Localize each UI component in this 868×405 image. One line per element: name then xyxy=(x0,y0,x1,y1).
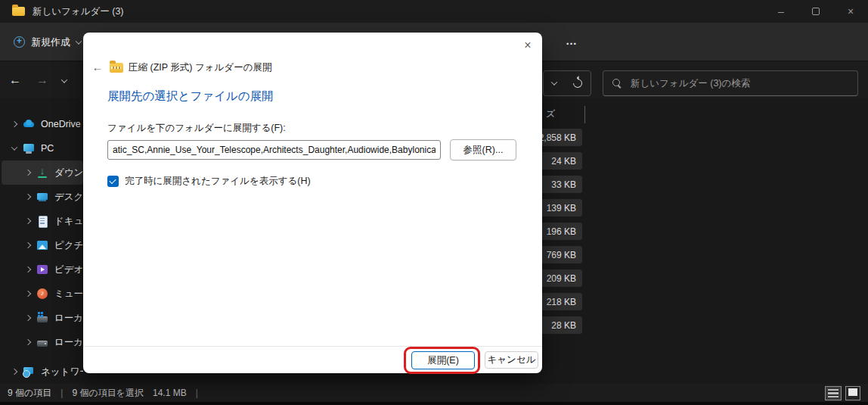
status-separator: | xyxy=(196,388,198,398)
large-icons-view-icon[interactable] xyxy=(845,386,860,400)
dialog-title: 圧縮 (ZIP 形式) フォルダーの展開 xyxy=(129,61,271,74)
chevron-down-icon xyxy=(76,38,82,44)
minimize-button[interactable]: – xyxy=(764,0,798,23)
back-button[interactable]: ← xyxy=(9,73,21,87)
selection-count: 9 個の項目を選択 xyxy=(72,387,144,400)
file-size-cell: 33 KB xyxy=(551,179,576,190)
forward-button[interactable]: → xyxy=(36,73,48,87)
file-size-cell: 218 KB xyxy=(547,297,576,307)
maximize-button[interactable] xyxy=(798,0,833,23)
zip-folder-icon xyxy=(110,63,123,73)
file-size-cell: 2,858 KB xyxy=(539,132,576,143)
item-count: 9 個の項目 xyxy=(8,387,51,400)
search-placeholder: 新しいフォルダー (3)の検索 xyxy=(631,77,750,90)
checkbox-checked-icon[interactable] xyxy=(107,176,119,187)
more-options-button[interactable]: … xyxy=(560,33,584,51)
minimize-icon: – xyxy=(778,5,784,17)
file-size-cell: 139 KB xyxy=(547,203,576,213)
footer-divider xyxy=(83,346,542,347)
file-size-cell: 196 KB xyxy=(547,226,576,237)
extract-zip-dialog: × ← 圧縮 (ZIP 形式) フォルダーの展開 展開先の選択とファイルの展開 … xyxy=(83,33,542,373)
column-divider[interactable] xyxy=(584,106,585,123)
destination-path-input[interactable] xyxy=(107,140,441,160)
folder-icon xyxy=(12,7,25,16)
file-size-cell: 209 KB xyxy=(547,273,576,284)
show-files-checkbox-row[interactable]: 完了時に展開されたファイルを表示する(H) xyxy=(107,175,311,188)
file-size-cell: 28 KB xyxy=(551,320,576,331)
status-bar: 9 個の項目 | 9 個の項目を選択 14.1 MB | xyxy=(0,384,868,402)
explorer-window: 新しいフォルダー (3) – × 新規作成 … ← → 新しいフォルダー (3)… xyxy=(0,0,868,405)
extract-button[interactable]: 展開(E) xyxy=(411,351,475,369)
destination-field-label: ファイルを下のフォルダーに展開する(F): xyxy=(107,122,286,135)
view-mode-buttons xyxy=(825,386,860,400)
checkbox-label: 完了時に展開されたファイルを表示する(H) xyxy=(125,175,311,188)
dialog-close-button[interactable]: × xyxy=(519,37,536,54)
dialog-header: ← 圧縮 (ZIP 形式) フォルダーの展開 xyxy=(91,60,271,75)
dialog-heading: 展開先の選択とファイルの展開 xyxy=(107,89,274,104)
plus-circle-icon xyxy=(14,36,25,48)
size-column-header[interactable]: ズ xyxy=(546,107,555,120)
search-icon xyxy=(612,79,622,88)
desktop-sliver xyxy=(0,402,868,405)
titlebar: 新しいフォルダー (3) – × xyxy=(0,0,868,23)
new-button-label: 新規作成 xyxy=(31,36,70,49)
refresh-icon[interactable] xyxy=(572,77,584,90)
window-title: 新しいフォルダー (3) xyxy=(33,5,124,18)
file-size-cell: 769 KB xyxy=(547,250,576,260)
file-size-cell: 24 KB xyxy=(551,156,576,167)
close-icon: × xyxy=(848,5,854,17)
details-view-icon[interactable] xyxy=(825,386,842,400)
window-controls: – × xyxy=(764,0,868,23)
address-bar-controls xyxy=(543,70,591,96)
address-chevron-down-icon[interactable] xyxy=(551,79,557,85)
search-box[interactable]: 新しいフォルダー (3)の検索 xyxy=(603,70,858,96)
new-button[interactable]: 新規作成 xyxy=(6,30,88,54)
dialog-back-icon[interactable]: ← xyxy=(91,61,104,74)
browse-button[interactable]: 参照(R)... xyxy=(450,139,516,160)
close-button[interactable]: × xyxy=(833,0,868,23)
recent-locations-chevron-icon[interactable] xyxy=(61,76,67,83)
cancel-button[interactable]: キャンセル xyxy=(485,351,538,369)
maximize-icon xyxy=(812,8,820,15)
status-separator: | xyxy=(60,388,63,398)
selection-size: 14.1 MB xyxy=(153,388,187,398)
